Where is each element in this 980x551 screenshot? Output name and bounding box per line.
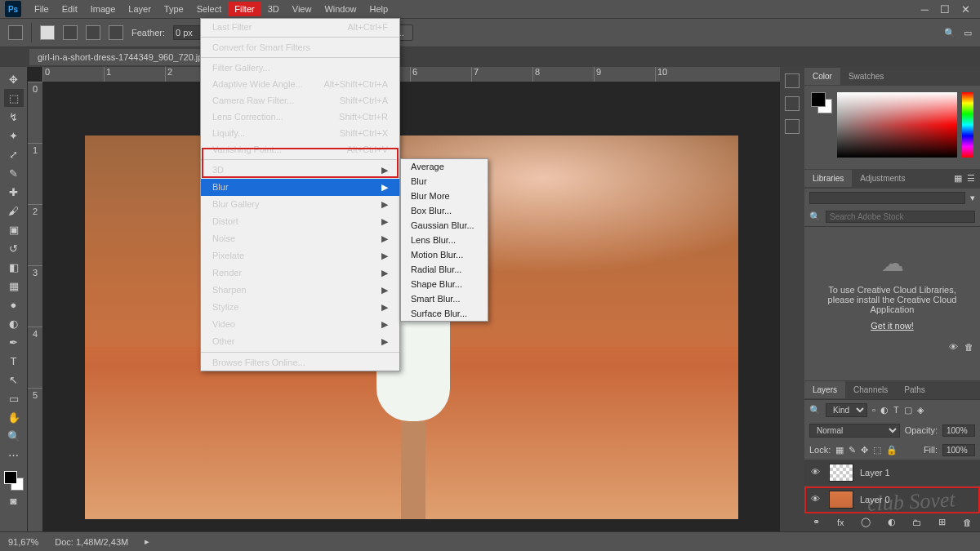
selection-subtract-icon[interactable] xyxy=(86,25,100,40)
selection-add-icon[interactable] xyxy=(63,25,78,40)
filter-menu-item[interactable]: Lens Correction...Shift+Ctrl+R xyxy=(201,109,399,125)
filter-menu-item[interactable]: Pixelate▶ xyxy=(201,247,399,264)
blur-submenu-item[interactable]: Box Blur... xyxy=(401,203,488,218)
blur-submenu-item[interactable]: Average xyxy=(401,159,488,174)
opacity-input[interactable] xyxy=(942,424,975,437)
filter-menu-item[interactable]: Browse Filters Online... xyxy=(201,354,399,371)
edit-toolbar[interactable]: ⋯ xyxy=(4,446,24,464)
menu-file[interactable]: File xyxy=(28,2,56,16)
blur-tool[interactable]: ● xyxy=(4,295,24,313)
tab-color[interactable]: Color xyxy=(804,68,840,85)
adjustment-icon[interactable]: ◐ xyxy=(888,517,896,527)
filter-menu-item[interactable]: Camera Raw Filter...Shift+Ctrl+A xyxy=(201,92,399,109)
tab-channels[interactable]: Channels xyxy=(845,381,896,398)
cloud-sync-icon[interactable]: 👁 xyxy=(949,342,958,352)
filter-menu-item[interactable]: Liquify...Shift+Ctrl+X xyxy=(201,125,399,141)
quickmask-tool[interactable]: ◙ xyxy=(4,491,24,509)
grid-view-icon[interactable]: ▦ xyxy=(954,173,962,184)
menu-help[interactable]: Help xyxy=(363,2,395,16)
selection-intersect-icon[interactable] xyxy=(109,25,123,40)
layer-filter-select[interactable]: Kind xyxy=(826,403,867,417)
zoom-level[interactable]: 91,67% xyxy=(8,537,38,547)
tab-paths[interactable]: Paths xyxy=(896,381,933,398)
filter-menu-item[interactable]: Adaptive Wide Angle...Alt+Shift+Ctrl+A xyxy=(201,76,399,92)
healing-tool[interactable]: ✚ xyxy=(4,183,24,201)
wand-tool[interactable]: ✦ xyxy=(4,127,24,144)
filter-menu-item[interactable]: Stylize▶ xyxy=(201,299,399,316)
filter-menu-item[interactable]: Other▶ xyxy=(201,333,399,350)
tab-layers[interactable]: Layers xyxy=(804,381,845,398)
filter-menu-item[interactable]: Sharpen▶ xyxy=(201,282,399,299)
filter-menu-item[interactable]: Filter Gallery... xyxy=(201,60,399,76)
layer-thumb[interactable] xyxy=(829,464,853,482)
dodge-tool[interactable]: ◐ xyxy=(4,314,24,332)
path-tool[interactable]: ↖ xyxy=(4,371,24,389)
link-layers-icon[interactable]: ⚭ xyxy=(813,517,820,527)
layer-thumb[interactable] xyxy=(829,491,853,509)
filter-menu-item[interactable]: Vanishing Point...Alt+Ctrl+V xyxy=(201,141,399,158)
group-icon[interactable]: 🗀 xyxy=(912,518,921,527)
visibility-icon[interactable]: 👁 xyxy=(811,467,822,478)
eraser-tool[interactable]: ◧ xyxy=(4,258,24,276)
tab-adjustments[interactable]: Adjustments xyxy=(852,170,913,187)
workspace-icon[interactable]: ▭ xyxy=(964,28,972,38)
mask-icon[interactable]: ◯ xyxy=(861,517,871,527)
filter-menu-item[interactable]: Convert for Smart Filters xyxy=(201,39,399,56)
fill-input[interactable] xyxy=(942,444,975,456)
visibility-icon[interactable]: 👁 xyxy=(811,494,822,505)
blur-submenu-item[interactable]: Surface Blur... xyxy=(401,306,488,321)
lasso-tool[interactable]: ↯ xyxy=(4,108,24,126)
maximize-icon[interactable]: ☐ xyxy=(940,3,950,16)
blur-submenu-item[interactable]: Gaussian Blur... xyxy=(401,218,488,233)
3d-panel-icon[interactable] xyxy=(785,119,800,134)
trash-icon[interactable]: 🗑 xyxy=(964,342,973,352)
menu-filter[interactable]: Filter xyxy=(228,2,261,16)
selection-new-icon[interactable] xyxy=(40,25,55,40)
new-layer-icon[interactable]: ⊞ xyxy=(938,517,946,527)
type-tool[interactable]: T xyxy=(4,352,24,370)
menu-3d[interactable]: 3D xyxy=(261,2,286,16)
blend-mode-select[interactable]: Normal xyxy=(809,424,900,438)
filter-menu-item[interactable]: Blur▶ xyxy=(201,179,399,196)
crop-tool[interactable]: ⤢ xyxy=(4,145,24,163)
menu-edit[interactable]: Edit xyxy=(56,2,84,16)
stock-search-input[interactable] xyxy=(826,211,975,223)
blur-submenu-item[interactable]: Shape Blur... xyxy=(401,277,488,291)
history-panel-icon[interactable] xyxy=(785,73,800,88)
search-icon[interactable]: 🔍 xyxy=(944,28,956,38)
tool-preset-icon[interactable] xyxy=(8,25,23,40)
menu-window[interactable]: Window xyxy=(318,2,363,16)
list-view-icon[interactable]: ☰ xyxy=(967,173,975,184)
pen-tool[interactable]: ✒ xyxy=(4,333,24,351)
blur-submenu-item[interactable]: Blur More xyxy=(401,189,488,203)
filter-menu-item[interactable]: Noise▶ xyxy=(201,230,399,247)
properties-panel-icon[interactable] xyxy=(785,96,800,111)
blur-submenu-item[interactable]: Smart Blur... xyxy=(401,291,488,306)
menu-view[interactable]: View xyxy=(286,2,318,16)
color-swatch[interactable] xyxy=(4,471,24,491)
filter-menu-item[interactable]: 3D▶ xyxy=(201,162,399,179)
blur-submenu-item[interactable]: Lens Blur... xyxy=(401,233,488,247)
delete-layer-icon[interactable]: 🗑 xyxy=(963,518,972,527)
menu-image[interactable]: Image xyxy=(84,2,122,16)
menu-type[interactable]: Type xyxy=(158,2,190,16)
menu-select[interactable]: Select xyxy=(190,2,229,16)
hand-tool[interactable]: ✋ xyxy=(4,408,24,426)
filter-menu-item[interactable]: Distort▶ xyxy=(201,213,399,230)
marquee-tool[interactable]: ⬚ xyxy=(4,89,24,107)
menu-layer[interactable]: Layer xyxy=(122,2,158,16)
color-picker[interactable] xyxy=(837,92,957,158)
filter-menu-item[interactable]: Last FilterAlt+Ctrl+F xyxy=(201,19,399,35)
blur-submenu-item[interactable]: Blur xyxy=(401,174,488,189)
close-icon[interactable]: ✕ xyxy=(961,3,970,16)
filter-menu-item[interactable]: Render▶ xyxy=(201,264,399,282)
fx-icon[interactable]: fx xyxy=(837,518,844,527)
shape-tool[interactable]: ▭ xyxy=(4,389,24,407)
tab-swatches[interactable]: Swatches xyxy=(840,68,892,85)
filter-menu-item[interactable]: Blur Gallery▶ xyxy=(201,196,399,213)
stamp-tool[interactable]: ▣ xyxy=(4,220,24,238)
layer-row[interactable]: 👁Layer 1 xyxy=(804,460,980,487)
zoom-tool[interactable]: 🔍 xyxy=(4,427,24,445)
blur-submenu-item[interactable]: Motion Blur... xyxy=(401,247,488,262)
tab-libraries[interactable]: Libraries xyxy=(804,170,852,187)
